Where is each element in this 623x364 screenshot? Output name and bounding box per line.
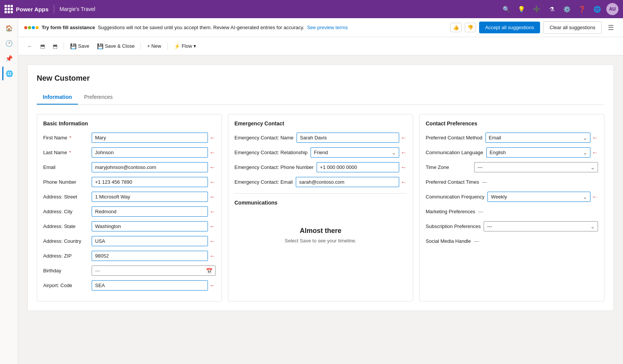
- contact-method-select[interactable]: Email Phone Mail: [486, 133, 590, 143]
- first-name-input[interactable]: [92, 133, 208, 143]
- emergency-email-arrow: ←: [401, 179, 407, 186]
- zip-row: Address: ZIP ←: [43, 251, 215, 261]
- clear-all-button[interactable]: Clear all suggestions: [543, 21, 602, 34]
- subscription-select[interactable]: ---: [484, 221, 598, 231]
- emergency-email-input[interactable]: [296, 177, 399, 187]
- emergency-name-row: Emergency Contact: Name ←: [234, 133, 407, 143]
- state-input[interactable]: [92, 221, 208, 231]
- emergency-phone-input[interactable]: [317, 162, 399, 172]
- last-name-input[interactable]: [92, 147, 208, 158]
- tab-information[interactable]: Information: [37, 90, 78, 105]
- email-input[interactable]: [92, 162, 208, 172]
- phone-arrow: ←: [209, 179, 215, 186]
- comm-lang-label: Communication Language: [426, 147, 483, 155]
- save-icon: 💾: [70, 43, 77, 49]
- sidebar-pin-icon[interactable]: 📌: [2, 52, 16, 65]
- emergency-name-wrapper: ←: [297, 133, 407, 143]
- zip-label: Address: ZIP: [43, 251, 89, 259]
- search-icon[interactable]: 🔍: [500, 3, 512, 15]
- lightbulb-icon[interactable]: 💡: [515, 3, 528, 15]
- thumbs-down-button[interactable]: 👎: [465, 23, 476, 32]
- sidebar-clock-icon[interactable]: 🕐: [2, 36, 16, 50]
- accept-all-button[interactable]: Accept all suggestions: [479, 22, 540, 33]
- subscription-row: Subscription Preferences ---: [426, 221, 598, 231]
- email-row: Email ←: [43, 162, 215, 172]
- save-close-button[interactable]: 💾 Save & Close: [94, 41, 138, 52]
- emergency-relationship-select[interactable]: Friend Family Colleague: [311, 147, 399, 158]
- emergency-name-arrow: ←: [401, 134, 407, 141]
- city-input[interactable]: [92, 206, 208, 217]
- country-row: Address: Country ←: [43, 236, 215, 246]
- phone-input[interactable]: [92, 177, 208, 187]
- subscription-wrapper: ---: [484, 221, 598, 231]
- new-button[interactable]: + New: [144, 41, 164, 51]
- contact-prefs-section: Contact Preferences Preferred Contact Me…: [419, 114, 604, 302]
- timezone-select[interactable]: ---: [474, 162, 598, 172]
- thumbs-up-button[interactable]: 👍: [450, 23, 462, 32]
- settings-icon[interactable]: ⚙️: [561, 3, 573, 15]
- comm-freq-wrapper: Weekly Daily Monthly ←: [487, 192, 598, 202]
- timezone-row: Time Zone ---: [426, 162, 598, 172]
- form-sections: Basic Information First Name * ←: [37, 114, 604, 302]
- calendar-icon[interactable]: 📅: [206, 268, 212, 274]
- save-close-icon: ⬒: [53, 43, 58, 49]
- birthday-input[interactable]: [92, 266, 215, 276]
- almost-there-title: Almost there: [242, 227, 399, 235]
- preview-terms-link[interactable]: See preview terms: [307, 25, 348, 30]
- street-input[interactable]: [92, 192, 208, 202]
- first-name-arrow: ←: [209, 134, 215, 141]
- subscription-select-wrapper: ---: [484, 221, 598, 231]
- comm-freq-select[interactable]: Weekly Daily Monthly: [487, 192, 590, 202]
- filter-icon[interactable]: ⚗: [546, 3, 558, 15]
- city-field-wrapper: ←: [92, 206, 215, 217]
- email-field-wrapper: ←: [92, 162, 215, 172]
- country-label: Address: Country: [43, 236, 89, 244]
- emergency-email-label: Emergency Contact: Email: [234, 177, 293, 185]
- zip-input[interactable]: [92, 251, 208, 261]
- marketing-row: Marketing Preferences ---: [426, 206, 598, 217]
- panel-toggle-icon[interactable]: ☰: [605, 22, 617, 34]
- emergency-relationship-select-wrapper: Friend Family Colleague: [311, 147, 399, 158]
- airport-field-wrapper: ←: [92, 280, 215, 291]
- app-grid-icon[interactable]: [5, 5, 13, 13]
- timezone-wrapper: ---: [474, 162, 598, 172]
- contact-method-select-wrapper: Email Phone Mail: [486, 133, 590, 143]
- restore-button[interactable]: ⬒: [37, 41, 48, 52]
- flow-button[interactable]: ⚡ Flow ▾: [171, 41, 199, 52]
- toolbar: ← ⬒ ⬒ 💾 Save 💾 Save & Close + New: [18, 37, 623, 55]
- sidebar-globe-icon[interactable]: 🌐: [2, 67, 16, 80]
- state-field-wrapper: ←: [92, 221, 215, 231]
- save-close-icon-button[interactable]: ⬒: [50, 41, 61, 52]
- airport-input[interactable]: [92, 280, 208, 291]
- back-arrow-icon: ←: [27, 43, 33, 49]
- avatar[interactable]: AU: [606, 3, 618, 15]
- emergency-email-wrapper: ←: [296, 177, 407, 187]
- last-name-field-wrapper: ←: [92, 147, 215, 158]
- emergency-name-input[interactable]: [297, 133, 399, 143]
- country-input[interactable]: [92, 236, 208, 246]
- sidebar-home-icon[interactable]: 🏠: [2, 21, 16, 35]
- comm-freq-arrow: ←: [592, 194, 598, 200]
- social-media-label: Social Media Handle: [426, 236, 471, 244]
- toolbar-separator-2: [141, 42, 141, 50]
- add-icon[interactable]: ➕: [531, 3, 543, 15]
- comm-lang-select[interactable]: English Spanish French: [486, 147, 590, 158]
- emergency-name-label: Emergency Contact: Name: [234, 133, 294, 141]
- emergency-phone-arrow: ←: [401, 164, 407, 171]
- save-button[interactable]: 💾 Save: [67, 41, 92, 52]
- back-button[interactable]: ←: [24, 41, 36, 52]
- email-label: Email: [43, 162, 89, 170]
- marketing-label: Marketing Preferences: [426, 206, 475, 214]
- topbar-divider: [54, 5, 54, 14]
- timezone-label: Time Zone: [426, 162, 471, 170]
- subscription-label: Subscription Preferences: [426, 221, 481, 229]
- emergency-phone-wrapper: ←: [317, 162, 407, 172]
- social-media-wrapper: ---: [474, 236, 598, 246]
- street-field-wrapper: ←: [92, 192, 215, 202]
- zip-arrow: ←: [209, 253, 215, 259]
- help-icon[interactable]: ❓: [576, 3, 588, 15]
- network-icon[interactable]: 🌐: [591, 3, 603, 15]
- city-arrow: ←: [209, 208, 215, 215]
- first-name-required: *: [69, 135, 71, 141]
- tab-preferences[interactable]: Preferences: [78, 90, 119, 105]
